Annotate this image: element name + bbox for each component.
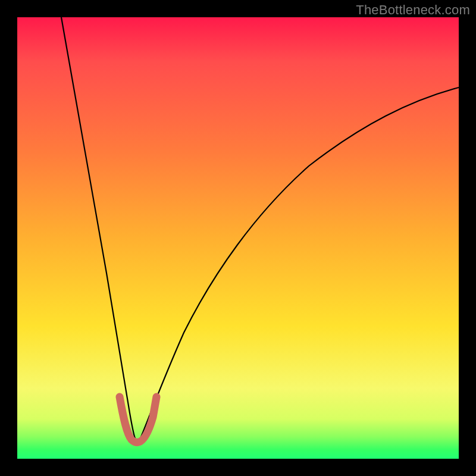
chart-frame: TheBottleneck.com — [0, 0, 476, 476]
curves-svg — [17, 17, 459, 459]
curve-black — [61, 17, 459, 440]
plot-area — [17, 17, 459, 459]
valley-highlight — [120, 397, 156, 442]
watermark: TheBottleneck.com — [356, 2, 470, 18]
